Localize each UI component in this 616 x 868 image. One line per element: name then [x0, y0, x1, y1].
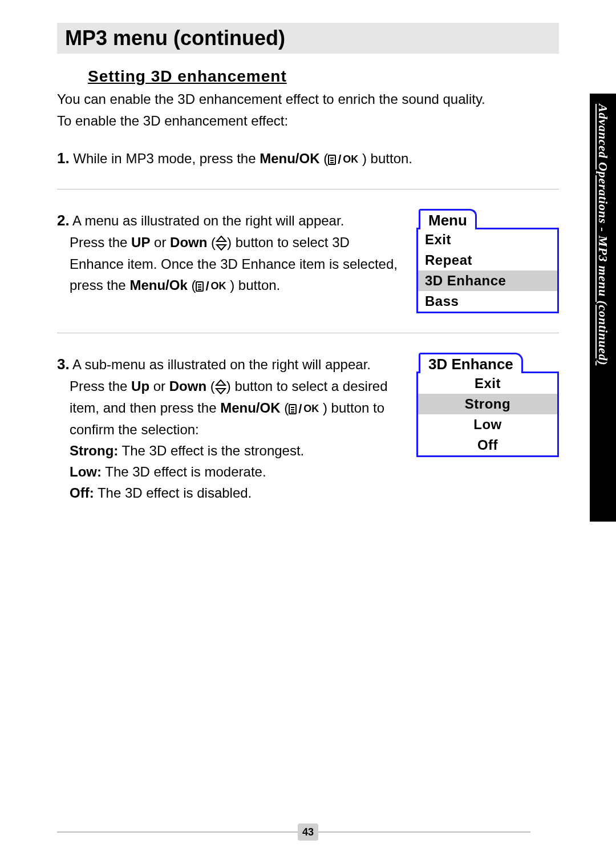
step-2: 2. A menu as illustrated on the right wi…	[57, 193, 559, 329]
svg-marker-2	[216, 380, 225, 385]
menu-item: Strong	[418, 394, 557, 414]
option-off-label: Off:	[70, 485, 94, 500]
intro-line-1: You can enable the 3D enhancement effect…	[57, 90, 559, 108]
step-1-close: ) button.	[358, 151, 412, 166]
step-2-open-paren: (	[207, 235, 216, 250]
menu-box-main: ExitRepeat3D EnhanceBass	[416, 228, 559, 313]
section-title: Setting 3D enhancement	[88, 67, 559, 86]
step-1-bold-menuok: Menu/OK	[260, 151, 319, 166]
side-chapter-tab: Advanced Operations - MP3 menu (continue…	[590, 94, 616, 522]
step-1-open-paren: (	[319, 151, 328, 166]
intro-line-2: To enable the 3D enhancement effect:	[57, 112, 559, 130]
menu-item: Repeat	[418, 250, 557, 271]
step-1-text-a: While in MP3 mode, press the	[70, 151, 260, 166]
separator-2	[57, 333, 559, 333]
svg-marker-0	[217, 236, 226, 241]
svg-marker-1	[217, 245, 226, 250]
option-low-label: Low:	[70, 464, 102, 479]
menu-item: Exit	[418, 373, 557, 394]
separator-1	[57, 189, 559, 189]
up-down-icon	[215, 380, 226, 394]
option-off-text: The 3D effect is disabled.	[94, 485, 252, 500]
menu-item: Low	[418, 414, 557, 435]
step-3-text-b: Press the	[70, 378, 131, 394]
option-low-text: The 3D effect is moderate.	[102, 464, 266, 479]
menu-item: Bass	[418, 291, 557, 312]
step-2-bold-down: Down	[170, 235, 207, 250]
step-2-bold-menuok: Menu/Ok	[129, 277, 187, 293]
step-1: 1. While in MP3 mode, press the Menu/OK …	[57, 131, 559, 185]
step-2-text-a: A menu as illustrated on the right will …	[70, 213, 345, 228]
step-2-text-b: Press the	[70, 235, 131, 250]
menu-ok-icon: /OK	[328, 150, 358, 169]
menu-tab-main: Menu	[419, 209, 477, 229]
menu-pane-sub: 3D Enhance ExitStrongLowOff	[416, 353, 559, 457]
step-3-open-paren-2: (	[280, 400, 289, 415]
option-strong-text: The 3D effect is the strongest.	[118, 443, 304, 458]
side-chapter-label: Advanced Operations - MP3 menu (continue…	[595, 104, 610, 365]
menu-ok-icon: /OK	[289, 399, 319, 419]
step-2-close: ) button.	[226, 277, 281, 293]
step-3-text-a: A sub-menu as illustrated on the right w…	[70, 357, 371, 372]
option-strong-label: Strong:	[70, 443, 118, 458]
step-3-bold-up: Up	[131, 378, 149, 394]
step-1-number: 1.	[57, 150, 70, 167]
step-2-open-paren-2: (	[188, 277, 196, 293]
menu-item: 3D Enhance	[418, 271, 557, 291]
step-2-bold-up: UP	[131, 235, 150, 250]
page-number: 43	[298, 823, 318, 841]
menu-item: Exit	[418, 229, 557, 250]
step-2-text-c: or	[150, 235, 170, 250]
step-3-bold-menuok: Menu/OK	[220, 400, 280, 415]
step-3-text-c: or	[149, 378, 169, 394]
page-title-band: MP3 menu (continued)	[57, 23, 559, 54]
menu-item: Off	[418, 435, 557, 455]
up-down-icon	[216, 236, 227, 251]
step-3-number: 3.	[57, 356, 70, 373]
step-2-number: 2.	[57, 212, 70, 229]
menu-pane-main: Menu ExitRepeat3D EnhanceBass	[416, 209, 559, 313]
menu-tab-sub: 3D Enhance	[419, 353, 523, 373]
step-3-open-paren: (	[206, 378, 215, 394]
menu-box-sub: ExitStrongLowOff	[416, 372, 559, 457]
footer-separator	[57, 831, 530, 833]
step-3-bold-down: Down	[169, 378, 206, 394]
menu-ok-icon: /OK	[196, 277, 226, 296]
svg-marker-3	[216, 389, 225, 394]
step-3: 3. A sub-menu as illustrated on the righ…	[57, 337, 559, 519]
